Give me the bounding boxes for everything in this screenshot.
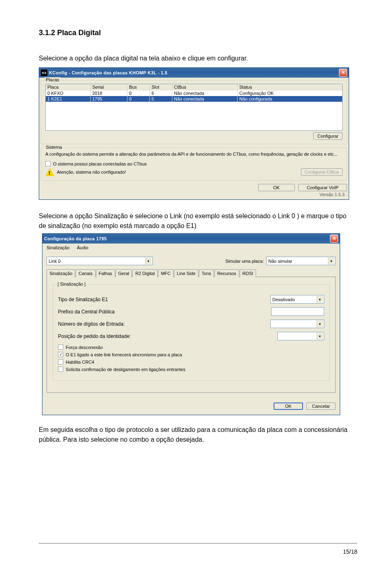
- tab-recursos[interactable]: Recursos: [214, 269, 239, 277]
- close-icon[interactable]: ✕: [339, 69, 347, 77]
- configurar-button[interactable]: Configurar: [313, 132, 343, 140]
- tab-lineside[interactable]: Line Side: [174, 269, 198, 277]
- tab-sinalizacao[interactable]: Sinalização: [47, 269, 75, 277]
- sistema-group: Sistema A configuração do sistema permit…: [41, 148, 347, 181]
- menu-audio[interactable]: Áudio: [74, 244, 91, 251]
- posicao-dropdown[interactable]: ▾: [277, 332, 324, 340]
- kconfig-window: K3 KConfig - Configuração das placas KHO…: [39, 67, 349, 200]
- confirmacao-desligamento-checkbox[interactable]: Solicita confirmação de desligamento em …: [58, 367, 324, 372]
- simular-value: Não simular: [268, 259, 328, 264]
- tab-panel: [ Sinalização ] Tipo de Sinalização E1 D…: [47, 277, 336, 393]
- window-title: Configuração da placa 1795: [44, 236, 330, 241]
- col-slot: Slot: [150, 84, 172, 90]
- checkbox-icon[interactable]: [58, 344, 63, 350]
- tab-geral[interactable]: Geral: [116, 269, 132, 277]
- tabstrip: Sinalização Canais Falhas Geral R2 Digit…: [47, 269, 336, 277]
- chevron-down-icon[interactable]: ▾: [316, 333, 323, 340]
- sinalizacao-legend: [ Sinalização ]: [56, 282, 87, 286]
- table-empty-area: [46, 102, 342, 130]
- placas-legend: Placas: [45, 77, 60, 82]
- footer-divider: [39, 543, 357, 543]
- checkbox-icon[interactable]: ✓: [58, 352, 63, 357]
- chevron-down-icon[interactable]: ▾: [328, 257, 334, 264]
- tipo-sinalizacao-dropdown[interactable]: Desativado ▾: [270, 295, 324, 304]
- placas-group: Placas Placa Serial Bus Slot CtBus Statu…: [41, 80, 347, 144]
- page-number: 15/18: [343, 548, 357, 555]
- checkbox-label: O E1 ligado a este link fornecerá sincro…: [66, 352, 182, 357]
- link-dropdown[interactable]: Link 0 ▾: [47, 257, 153, 265]
- col-status: Status: [238, 84, 342, 90]
- menubar: Sinalização Áudio: [42, 244, 340, 253]
- intro-text: Selecione a opção da placa digital na te…: [39, 54, 353, 63]
- cell: 1 K2E1: [46, 96, 91, 102]
- cell: 5: [150, 96, 172, 102]
- col-bus: Bus: [127, 84, 150, 90]
- prefixo-input[interactable]: [271, 307, 324, 316]
- version-label: Versão 1.5.3: [41, 191, 347, 197]
- simular-dropdown[interactable]: Não simular ▾: [266, 257, 336, 265]
- checkbox-label: Habilita CRC4: [66, 360, 94, 365]
- tab-canais[interactable]: Canais: [76, 269, 95, 277]
- ctbus-checkbox-label: O sistema possui placas conectadas ao CT…: [53, 161, 147, 166]
- table-row[interactable]: 1 K2E1 1795 0 5 Não conectada Não config…: [46, 96, 342, 102]
- warning-icon: [45, 168, 54, 176]
- ctbus-checkbox-row[interactable]: O sistema possui placas conectadas ao CT…: [45, 161, 343, 166]
- end-text: Em seguida escolha o tipo de protocolo a…: [39, 425, 353, 445]
- link-value: Link 0: [49, 259, 145, 264]
- table-row[interactable]: 0 KFXO 2018 0 6 Não conectada Configuraç…: [46, 90, 342, 96]
- configurar-voip-button[interactable]: Configurar VoIP: [298, 184, 347, 191]
- habilita-crc4-checkbox[interactable]: Habilita CRC4: [58, 359, 324, 365]
- ok-button[interactable]: OK: [274, 403, 303, 410]
- tipo-sinalizacao-label: Tipo de Sinalização E1: [58, 297, 108, 302]
- table-header: Placa Serial Bus Slot CtBus Status: [46, 84, 342, 90]
- configurar-ctbus-button: Configurar CtBus: [301, 168, 343, 176]
- prefixo-label: Prefixo da Central Pública: [58, 309, 115, 315]
- forca-desconexao-checkbox[interactable]: Força desconexão: [58, 344, 324, 350]
- tab-mfc[interactable]: MFC: [158, 269, 174, 277]
- checkbox-icon[interactable]: [58, 359, 63, 365]
- checkbox-label: Força desconexão: [66, 345, 103, 350]
- titlebar: Configuração da placa 1795 ✕: [42, 234, 340, 244]
- col-placa: Placa: [46, 84, 91, 90]
- window-title: KConfig - Configuração das placas KHOMP …: [49, 70, 339, 75]
- tab-tons[interactable]: Tons: [199, 269, 214, 277]
- titlebar: K3 KConfig - Configuração das placas KHO…: [39, 68, 349, 78]
- mid-text: Selecione a opção Sinalização e selecion…: [39, 211, 353, 231]
- cell: 0: [127, 96, 150, 102]
- cell: 0: [127, 90, 150, 96]
- ok-button[interactable]: OK: [258, 184, 295, 191]
- close-icon[interactable]: ✕: [330, 235, 338, 243]
- cancelar-button[interactable]: Cancelar: [306, 403, 336, 410]
- tab-rdsi[interactable]: RDSI: [240, 269, 256, 277]
- section-heading: 3.1.2 Placa Digital: [39, 29, 353, 37]
- tab-r2digital[interactable]: R2 Digital: [132, 269, 158, 277]
- configuracao-placa-window: Configuração da placa 1795 ✕ Sinalização…: [42, 233, 340, 415]
- cell: Não configurada: [238, 96, 342, 102]
- tab-falhas[interactable]: Falhas: [96, 269, 115, 277]
- cell: 2018: [91, 90, 127, 96]
- chevron-down-icon[interactable]: ▾: [145, 257, 151, 264]
- sistema-description: A configuração do sistema permite a alte…: [45, 151, 343, 157]
- cell: 6: [150, 90, 172, 96]
- checkbox-icon[interactable]: [58, 367, 63, 372]
- cell: Não conectada: [172, 90, 238, 96]
- sistema-legend: Sistema: [45, 145, 63, 150]
- col-serial: Serial: [91, 84, 127, 90]
- menu-sinalizacao[interactable]: Sinalização: [43, 244, 73, 251]
- warning-text: Atenção, sistema não configurado!: [57, 170, 126, 174]
- checkbox-icon[interactable]: [45, 161, 51, 166]
- chevron-down-icon[interactable]: ▾: [316, 296, 323, 303]
- placas-table: Placa Serial Bus Slot CtBus Status 0 KFX…: [45, 84, 343, 131]
- sinalizacao-group: [ Sinalização ] Tipo de Sinalização E1 D…: [53, 284, 330, 381]
- cell: Configuração OK: [238, 90, 342, 96]
- col-ctbus: CtBus: [172, 84, 238, 90]
- posicao-label: Posição de pedido da Identidade:: [58, 333, 131, 339]
- cell: 1795: [91, 96, 127, 102]
- numdig-dropdown[interactable]: ▾: [270, 320, 324, 328]
- cell: Não conectada: [172, 96, 238, 102]
- e1-sincronismo-checkbox[interactable]: ✓ O E1 ligado a este link fornecerá sinc…: [58, 352, 324, 357]
- cell: 0 KFXO: [46, 90, 91, 96]
- chevron-down-icon[interactable]: ▾: [316, 320, 323, 327]
- checkbox-label: Solicita confirmação de desligamento em …: [66, 367, 185, 372]
- simular-label: Simular uma placa:: [225, 259, 264, 264]
